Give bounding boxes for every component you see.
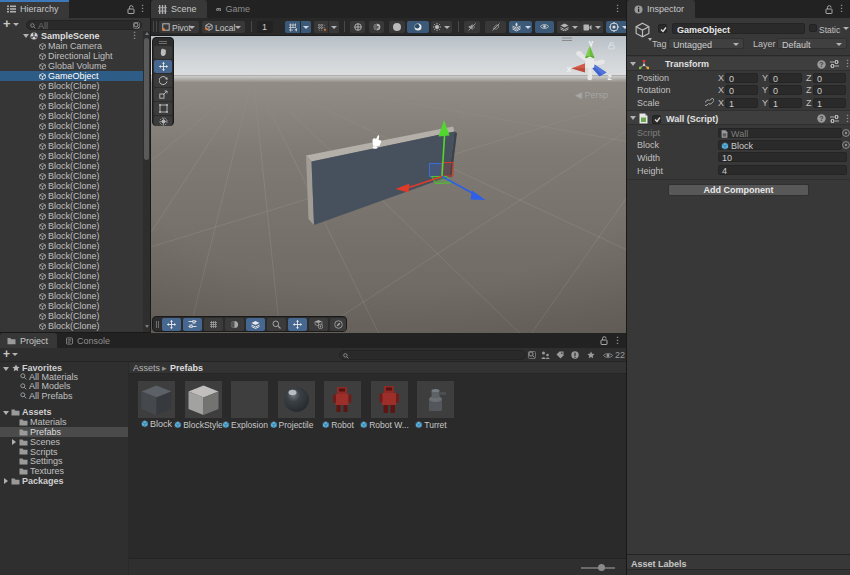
svg-text:◀ Persp: ◀ Persp (575, 90, 608, 100)
svg-text:?: ? (819, 61, 823, 68)
svg-text:y: y (589, 38, 594, 48)
svg-text:z: z (608, 72, 612, 82)
svg-text:?: ? (819, 115, 823, 122)
svg-text:x: x (567, 64, 572, 74)
